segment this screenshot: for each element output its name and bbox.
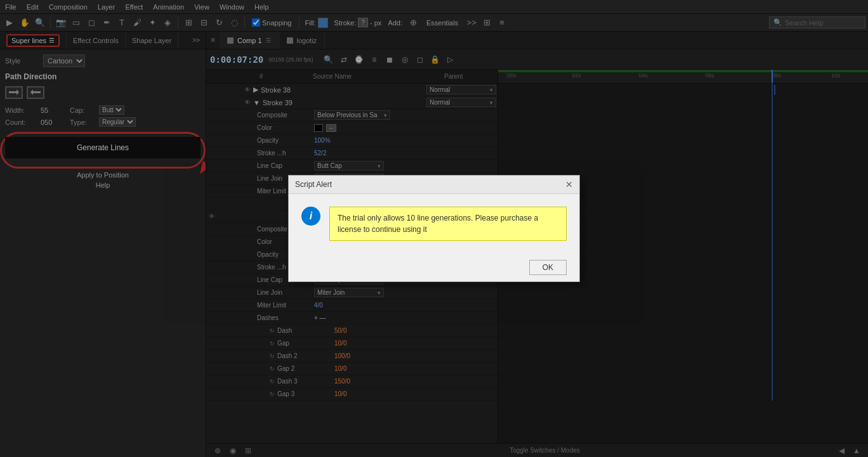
modal-title-bar: Script Alert ✕ (289, 176, 579, 194)
modal-title: Script Alert (295, 180, 332, 189)
modal-footer: OK (289, 254, 579, 281)
modal-body: i The trial only allows 10 line generati… (289, 194, 579, 254)
modal-overlay[interactable]: Script Alert ✕ i The trial only allows 1… (0, 0, 868, 457)
modal-ok-button[interactable]: OK (529, 260, 567, 275)
info-icon: i (301, 207, 320, 226)
script-alert-modal: Script Alert ✕ i The trial only allows 1… (288, 175, 580, 282)
modal-close-button[interactable]: ✕ (565, 179, 573, 190)
modal-message: The trial only allows 10 line generation… (329, 207, 567, 241)
modal-icon-area: i (301, 207, 320, 226)
